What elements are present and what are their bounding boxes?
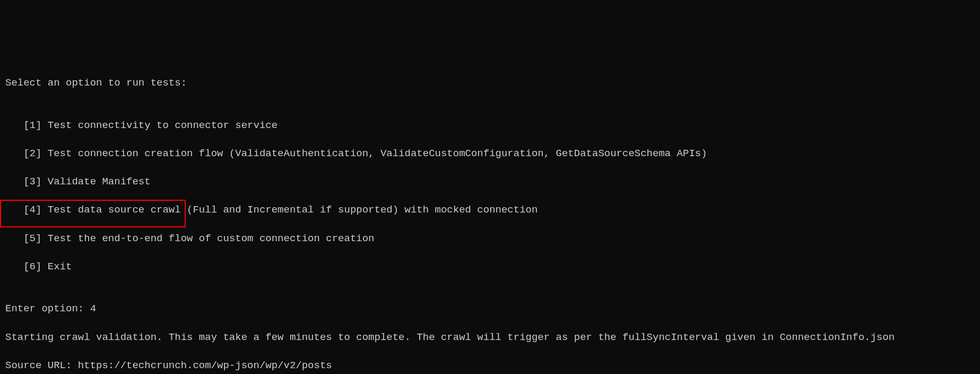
terminal-input-line[interactable]: Enter option: 4 bbox=[5, 302, 980, 316]
terminal-option-6: [6] Exit bbox=[5, 260, 980, 274]
terminal-output-source-url: Source URL: https://techcrunch.com/wp-js… bbox=[5, 359, 980, 373]
terminal-option-3: [3] Validate Manifest bbox=[5, 175, 980, 189]
terminal-line-prompt: Select an option to run tests: bbox=[5, 76, 980, 90]
terminal-option-1: [1] Test connectivity to connector servi… bbox=[5, 118, 980, 133]
terminal-option-2: [2] Test connection creation flow (Valid… bbox=[5, 147, 980, 161]
terminal-output-starting: Starting crawl validation. This may take… bbox=[5, 330, 980, 345]
terminal-option-4: [4] Test data source crawl (Full and Inc… bbox=[5, 203, 980, 217]
terminal-option-5: [5] Test the end-to-end flow of custom c… bbox=[5, 232, 980, 246]
